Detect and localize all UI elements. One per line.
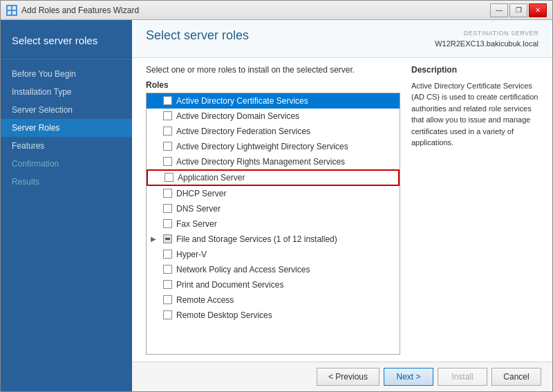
role-name-adlds: Active Directory Lightweight Directory S… xyxy=(176,142,348,151)
svg-rect-3 xyxy=(12,11,16,15)
previous-button[interactable]: < Previous xyxy=(317,368,379,386)
expand-icon-hyper-v xyxy=(151,250,159,259)
titlebar: Add Roles and Features Wizard — ❐ ✕ xyxy=(1,1,552,20)
role-item-adcs[interactable]: Active Directory Certificate Services xyxy=(147,93,400,109)
expand-icon-dhcp xyxy=(151,189,159,198)
main-header: Select server roles DESTINATION SERVER W… xyxy=(132,20,552,58)
role-item-npas[interactable]: Network Policy and Access Services xyxy=(147,262,400,277)
expand-icon-dns xyxy=(151,205,159,213)
role-name-dns: DNS Server xyxy=(176,204,221,214)
expand-icon-adcs xyxy=(151,97,159,105)
svg-rect-4 xyxy=(165,238,170,240)
role-name-file-storage: File and Storage Services (1 of 12 insta… xyxy=(176,234,337,244)
role-item-adds[interactable]: Active Directory Domain Services xyxy=(147,109,400,124)
destination-info: DESTINATION SERVER W12R2EXC13.bakicubuk.… xyxy=(435,28,538,50)
titlebar-title: Add Roles and Features Wizard xyxy=(21,6,139,15)
role-name-remote-access: Remote Access xyxy=(176,295,234,305)
checkbox-app-server[interactable] xyxy=(165,173,174,182)
minimize-button[interactable]: — xyxy=(490,3,508,17)
role-item-dns[interactable]: DNS Server xyxy=(147,201,400,216)
role-name-dhcp: DHCP Server xyxy=(176,189,226,198)
cancel-button[interactable]: Cancel xyxy=(491,368,541,386)
role-name-app-server: Application Server xyxy=(178,173,245,183)
svg-rect-0 xyxy=(8,6,11,10)
expand-icon-remote-access xyxy=(151,296,159,304)
role-item-file-storage[interactable]: ▶ File and Storage Services (1 of 12 ins… xyxy=(147,232,400,247)
expand-icon-adds xyxy=(151,112,159,120)
content-area: Select one or more roles to install on t… xyxy=(132,58,552,362)
expand-icon-adrms xyxy=(151,158,159,166)
checkbox-npas[interactable] xyxy=(163,265,172,274)
checkbox-adds[interactable] xyxy=(163,111,172,120)
checkbox-adfs[interactable] xyxy=(163,127,172,136)
titlebar-buttons: — ❐ ✕ xyxy=(490,3,547,17)
checkbox-remote-access[interactable] xyxy=(163,295,172,304)
sidebar-item-results: Results xyxy=(1,173,132,191)
role-name-adds: Active Directory Domain Services xyxy=(176,111,299,121)
instruction-text: Select one or more roles to install on t… xyxy=(146,65,400,75)
roles-label: Roles xyxy=(146,80,400,90)
checkbox-adrms[interactable] xyxy=(163,157,172,166)
roles-list-container: Active Directory Certificate Services Ac… xyxy=(146,93,400,355)
next-button[interactable]: Next > xyxy=(384,368,433,386)
checkbox-rds[interactable] xyxy=(163,310,172,319)
role-name-rds: Remote Desktop Services xyxy=(176,310,272,320)
close-button[interactable]: ✕ xyxy=(529,3,547,17)
sidebar-header: Select server roles xyxy=(1,20,132,59)
expand-icon-app-server xyxy=(152,174,160,182)
main-title: Select server roles xyxy=(146,28,249,43)
roles-section: Select one or more roles to install on t… xyxy=(146,65,400,355)
description-text: Active Directory Certificate Services (A… xyxy=(411,80,538,149)
role-item-print-doc[interactable]: Print and Document Services xyxy=(147,277,400,292)
install-button[interactable]: Install xyxy=(438,368,487,386)
checkbox-hyper-v[interactable] xyxy=(163,250,172,259)
role-name-adrms: Active Directory Rights Management Servi… xyxy=(176,157,345,167)
expand-icon-npas xyxy=(151,265,159,274)
expand-icon-adfs xyxy=(151,127,159,136)
destination-label: DESTINATION SERVER xyxy=(435,28,538,38)
expand-icon-fax xyxy=(151,220,159,228)
sidebar-nav: Before You Begin Installation Type Serve… xyxy=(1,59,132,196)
checkbox-adlds[interactable] xyxy=(163,142,172,151)
roles-list[interactable]: Active Directory Certificate Services Ac… xyxy=(147,93,400,354)
role-item-dhcp[interactable]: DHCP Server xyxy=(147,186,400,201)
sidebar-item-server-selection[interactable]: Server Selection xyxy=(1,101,132,119)
description-section: Description Active Directory Certificate… xyxy=(400,65,538,355)
description-title: Description xyxy=(411,65,538,75)
app-icon xyxy=(6,5,17,16)
destination-server: W12R2EXC13.bakicubuk.local xyxy=(435,38,538,50)
role-item-adlds[interactable]: Active Directory Lightweight Directory S… xyxy=(147,139,400,154)
role-name-print-doc: Print and Document Services xyxy=(176,280,283,290)
expand-icon-file-storage[interactable]: ▶ xyxy=(151,235,159,243)
role-item-app-server[interactable]: Application Server xyxy=(147,169,400,186)
checkbox-dns[interactable] xyxy=(163,204,172,213)
role-name-adcs: Active Directory Certificate Services xyxy=(176,96,308,106)
svg-rect-2 xyxy=(8,11,11,15)
checkbox-fax[interactable] xyxy=(163,219,172,228)
checkbox-adcs[interactable] xyxy=(163,96,172,105)
expand-icon-adlds xyxy=(151,142,159,151)
checkbox-dhcp[interactable] xyxy=(163,189,172,198)
role-item-adrms[interactable]: Active Directory Rights Management Servi… xyxy=(147,154,400,169)
role-name-npas: Network Policy and Access Services xyxy=(176,265,310,274)
wizard-window: Add Roles and Features Wizard — ❐ ✕ Sele… xyxy=(0,0,553,392)
titlebar-left: Add Roles and Features Wizard xyxy=(6,5,139,16)
sidebar: Select server roles Before You Begin Ins… xyxy=(1,20,132,391)
sidebar-item-installation-type[interactable]: Installation Type xyxy=(1,83,132,101)
checkbox-file-storage[interactable] xyxy=(163,234,172,243)
svg-rect-1 xyxy=(12,6,16,10)
role-item-remote-access[interactable]: Remote Access xyxy=(147,292,400,308)
expand-icon-rds xyxy=(151,311,159,319)
role-name-hyper-v: Hyper-V xyxy=(176,250,207,259)
role-item-rds[interactable]: Remote Desktop Services xyxy=(147,308,400,323)
wizard-body: Select server roles Before You Begin Ins… xyxy=(1,20,552,391)
role-item-hyper-v[interactable]: Hyper-V xyxy=(147,247,400,262)
checkbox-print-doc[interactable] xyxy=(163,280,172,289)
expand-icon-print-doc xyxy=(151,281,159,289)
restore-button[interactable]: ❐ xyxy=(509,3,527,17)
sidebar-item-features[interactable]: Features xyxy=(1,137,132,155)
sidebar-item-before-you-begin[interactable]: Before You Begin xyxy=(1,65,132,83)
role-item-adfs[interactable]: Active Directory Federation Services xyxy=(147,124,400,139)
role-item-fax[interactable]: Fax Server xyxy=(147,216,400,232)
sidebar-item-server-roles[interactable]: Server Roles xyxy=(1,119,132,137)
